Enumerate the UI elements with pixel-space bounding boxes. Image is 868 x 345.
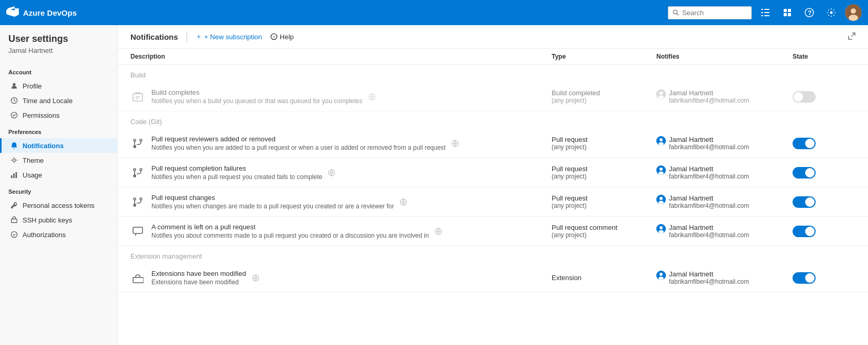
row-globe-icon[interactable]	[250, 273, 261, 283]
svg-point-41	[660, 138, 663, 141]
page-header: Notifications ＋ + New subscription ? Hel…	[118, 25, 868, 49]
search-box[interactable]	[668, 6, 752, 19]
sidebar-item-pat[interactable]: Personal access tokens	[0, 198, 117, 213]
help-button[interactable]: ? Help	[270, 33, 294, 41]
svg-text:?: ?	[273, 35, 276, 40]
svg-rect-25	[12, 219, 17, 222]
toggle-knob	[805, 139, 815, 148]
row-state-cell	[793, 91, 855, 103]
row-state-cell	[793, 196, 855, 208]
section-label: Extension management	[118, 246, 868, 263]
permissions-icon	[10, 111, 18, 119]
toggle-on[interactable]	[793, 167, 816, 179]
svg-rect-10	[784, 13, 787, 16]
help-icon[interactable]: ?	[801, 4, 818, 21]
brand-logo[interactable]: Azure DevOps	[6, 6, 77, 19]
search-icon	[673, 9, 679, 16]
pr-icon	[130, 165, 145, 180]
main-content: Notifications ＋ + New subscription ? Hel…	[118, 25, 868, 345]
notifies-avatar	[656, 136, 666, 146]
svg-rect-57	[133, 227, 142, 233]
sidebar-section-preferences: Preferences	[0, 123, 117, 138]
sidebar-item-label-pat: Personal access tokens	[23, 202, 94, 209]
svg-point-48	[660, 168, 663, 171]
new-subscription-button[interactable]: ＋ + New subscription	[195, 32, 262, 41]
clock-icon	[10, 96, 18, 105]
row-globe-icon[interactable]	[450, 138, 460, 149]
notifies-name: Jamal Hartnett	[669, 136, 749, 143]
sidebar-item-authorizations[interactable]: Authorizations	[0, 227, 117, 242]
row-type-sub: (any project)	[552, 173, 656, 180]
row-description: Pull request reviewers added or removedN…	[130, 135, 446, 151]
row-notifies-cell: Jamal Hartnettfabrikamfiber4@hotmail.com	[656, 89, 793, 104]
comment-icon	[130, 224, 145, 239]
header-divider	[186, 31, 187, 42]
toggle-on[interactable]	[793, 196, 816, 208]
svg-rect-5	[764, 12, 770, 13]
toggle-knob	[805, 197, 815, 207]
description-cell: Build completesNotifies you when a build…	[130, 88, 552, 105]
svg-point-26	[11, 231, 17, 237]
row-globe-icon[interactable]	[398, 197, 409, 207]
row-globe-icon[interactable]	[367, 92, 377, 102]
svg-point-36	[134, 139, 136, 141]
row-type-cell: Pull request(any project)	[552, 136, 656, 151]
settings-icon[interactable]	[823, 4, 840, 21]
toggle-on[interactable]	[793, 272, 816, 284]
col-notifies: Notifies	[656, 53, 793, 60]
notifies-avatar	[656, 271, 666, 280]
sidebar-item-ssh[interactable]: SSH public keys	[0, 213, 117, 227]
build-icon	[130, 90, 145, 104]
sidebar-item-theme[interactable]: Theme	[0, 153, 117, 168]
svg-point-0	[673, 10, 677, 14]
toggle-knob	[794, 92, 803, 102]
row-text: A comment is left on a pull requestNotif…	[151, 223, 429, 239]
row-subtitle: Notifies you when a build you queued or …	[151, 97, 362, 105]
row-state-cell	[793, 272, 855, 284]
extension-icon	[130, 271, 145, 285]
description-cell: Pull request completion failuresNotifies…	[130, 164, 552, 181]
toggle-off[interactable]	[793, 91, 816, 103]
sidebar: User settings Jamal Hartnett Account Pro…	[0, 25, 118, 345]
row-title: Extensions have been modified	[151, 270, 246, 277]
svg-point-21	[13, 159, 15, 161]
row-type-sub: (any project)	[552, 202, 656, 209]
sidebar-item-notifications[interactable]: Notifications	[0, 138, 117, 153]
row-notifies-cell: Jamal Hartnettfabrikamfiber4@hotmail.com	[656, 224, 793, 239]
row-type-cell: Extension	[552, 274, 656, 282]
sidebar-subtitle: Jamal Hartnett	[0, 47, 117, 63]
row-description: A comment is left on a pull requestNotif…	[130, 223, 429, 239]
row-globe-icon[interactable]	[326, 168, 337, 178]
row-type-sub: (any project)	[552, 143, 656, 151]
plus-icon: ＋	[195, 32, 202, 41]
topbar: Azure DevOps ?	[0, 0, 868, 25]
svg-point-60	[660, 226, 663, 229]
row-globe-icon[interactable]	[433, 226, 444, 237]
row-notifies-cell: Jamal Hartnettfabrikamfiber4@hotmail.com	[656, 136, 793, 151]
col-description: Description	[130, 53, 552, 60]
toggle-knob	[805, 227, 815, 236]
sidebar-item-time-locale[interactable]: Time and Locale	[0, 93, 117, 108]
sidebar-title: User settings	[0, 34, 117, 47]
person-icon	[10, 82, 18, 90]
row-subtitle: Extensions have been modified	[151, 279, 246, 286]
sidebar-item-profile[interactable]: Profile	[0, 79, 117, 93]
notifies-name: Jamal Hartnett	[669, 270, 749, 278]
expand-icon[interactable]	[848, 32, 855, 41]
search-input[interactable]	[682, 9, 747, 17]
sidebar-item-usage[interactable]: Usage	[0, 168, 117, 182]
notifies-text: Jamal Hartnettfabrikamfiber4@hotmail.com	[669, 136, 749, 151]
row-type: Extension	[552, 274, 656, 282]
svg-rect-6	[761, 15, 763, 16]
svg-point-50	[134, 198, 136, 200]
marketplace-icon[interactable]	[779, 4, 796, 21]
user-avatar[interactable]	[845, 4, 862, 21]
sidebar-item-permissions[interactable]: Permissions	[0, 108, 117, 123]
list-icon[interactable]	[757, 4, 774, 21]
sidebar-item-label-notifications: Notifications	[23, 142, 64, 150]
toggle-on[interactable]	[793, 226, 816, 237]
svg-rect-11	[788, 13, 791, 16]
toggle-on[interactable]	[793, 138, 816, 149]
row-type: Pull request comment	[552, 224, 656, 231]
notifies-email: fabrikamfiber4@hotmail.com	[669, 97, 749, 104]
